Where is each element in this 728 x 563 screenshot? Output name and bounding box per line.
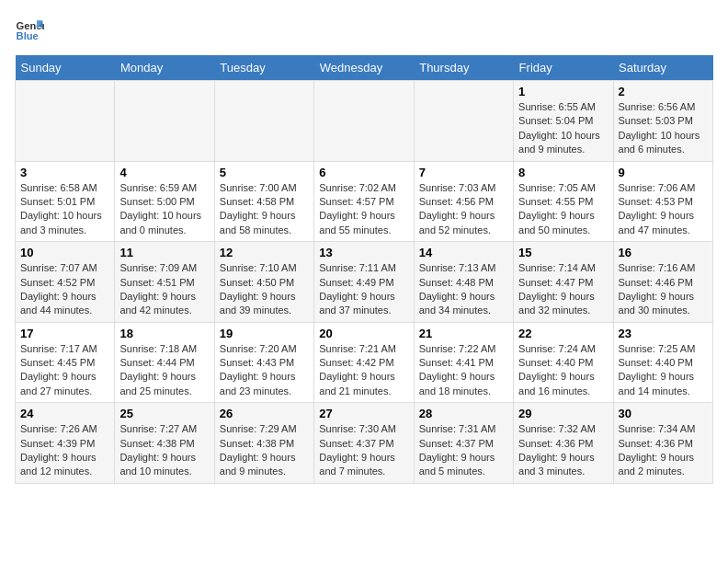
- calendar-week-row: 24Sunrise: 7:26 AMSunset: 4:39 PMDayligh…: [16, 403, 713, 484]
- calendar-cell: 2Sunrise: 6:56 AMSunset: 5:03 PMDaylight…: [613, 81, 712, 162]
- day-number: 11: [119, 246, 209, 259]
- weekday-header-friday: Friday: [514, 55, 613, 81]
- day-info: Sunrise: 7:32 AMSunset: 4:36 PMDaylight:…: [518, 422, 608, 479]
- calendar-cell: 4Sunrise: 6:59 AMSunset: 5:00 PMDaylight…: [115, 161, 214, 242]
- day-number: 4: [119, 166, 209, 179]
- day-number: 22: [518, 327, 608, 340]
- weekday-header-monday: Monday: [115, 55, 214, 81]
- calendar-table: SundayMondayTuesdayWednesdayThursdayFrid…: [15, 55, 713, 484]
- day-info: Sunrise: 6:59 AMSunset: 5:00 PMDaylight:…: [119, 181, 209, 238]
- day-number: 12: [220, 246, 309, 259]
- day-number: 27: [319, 407, 408, 420]
- day-number: 3: [20, 166, 109, 179]
- calendar-cell: 17Sunrise: 7:17 AMSunset: 4:45 PMDayligh…: [16, 322, 115, 403]
- day-number: 18: [119, 327, 209, 340]
- calendar-cell: 29Sunrise: 7:32 AMSunset: 4:36 PMDayligh…: [514, 403, 613, 484]
- calendar-cell: 28Sunrise: 7:31 AMSunset: 4:37 PMDayligh…: [414, 403, 513, 484]
- day-number: 29: [518, 407, 608, 420]
- weekday-header-thursday: Thursday: [414, 55, 513, 81]
- day-number: 28: [419, 407, 508, 420]
- day-info: Sunrise: 7:11 AMSunset: 4:49 PMDaylight:…: [319, 261, 408, 318]
- day-number: 17: [20, 327, 109, 340]
- calendar-cell: [314, 81, 414, 162]
- day-number: 9: [619, 166, 708, 179]
- calendar-cell: 7Sunrise: 7:03 AMSunset: 4:56 PMDaylight…: [414, 161, 513, 242]
- day-number: 10: [20, 246, 109, 259]
- logo: General Blue: [15, 15, 44, 44]
- day-number: 26: [220, 407, 309, 420]
- day-info: Sunrise: 7:16 AMSunset: 4:46 PMDaylight:…: [619, 261, 708, 318]
- day-info: Sunrise: 7:18 AMSunset: 4:44 PMDaylight:…: [119, 342, 209, 399]
- calendar-week-row: 17Sunrise: 7:17 AMSunset: 4:45 PMDayligh…: [16, 322, 713, 403]
- day-info: Sunrise: 6:55 AMSunset: 5:04 PMDaylight:…: [518, 100, 608, 157]
- logo-icon: General Blue: [15, 15, 44, 44]
- day-info: Sunrise: 7:14 AMSunset: 4:47 PMDaylight:…: [518, 261, 608, 318]
- header: General Blue: [15, 15, 713, 44]
- calendar-cell: [414, 81, 513, 162]
- calendar-cell: 9Sunrise: 7:06 AMSunset: 4:53 PMDaylight…: [613, 161, 712, 242]
- calendar-cell: 25Sunrise: 7:27 AMSunset: 4:38 PMDayligh…: [115, 403, 214, 484]
- day-number: 15: [518, 246, 608, 259]
- calendar-cell: 11Sunrise: 7:09 AMSunset: 4:51 PMDayligh…: [115, 242, 214, 323]
- calendar-cell: 8Sunrise: 7:05 AMSunset: 4:55 PMDaylight…: [514, 161, 613, 242]
- day-info: Sunrise: 7:20 AMSunset: 4:43 PMDaylight:…: [220, 342, 309, 399]
- day-info: Sunrise: 7:06 AMSunset: 4:53 PMDaylight:…: [619, 181, 708, 238]
- day-info: Sunrise: 7:05 AMSunset: 4:55 PMDaylight:…: [518, 181, 608, 238]
- day-info: Sunrise: 6:56 AMSunset: 5:03 PMDaylight:…: [619, 100, 708, 157]
- day-info: Sunrise: 7:17 AMSunset: 4:45 PMDaylight:…: [20, 342, 109, 399]
- calendar-cell: 15Sunrise: 7:14 AMSunset: 4:47 PMDayligh…: [514, 242, 613, 323]
- day-info: Sunrise: 7:27 AMSunset: 4:38 PMDaylight:…: [119, 422, 209, 479]
- calendar-cell: 10Sunrise: 7:07 AMSunset: 4:52 PMDayligh…: [16, 242, 115, 323]
- day-number: 23: [619, 327, 708, 340]
- day-number: 20: [319, 327, 408, 340]
- weekday-header-tuesday: Tuesday: [214, 55, 313, 81]
- calendar-cell: 30Sunrise: 7:34 AMSunset: 4:36 PMDayligh…: [613, 403, 712, 484]
- day-info: Sunrise: 7:07 AMSunset: 4:52 PMDaylight:…: [20, 261, 109, 318]
- day-info: Sunrise: 7:29 AMSunset: 4:38 PMDaylight:…: [220, 422, 309, 479]
- day-number: 30: [619, 407, 708, 420]
- day-number: 13: [319, 246, 408, 259]
- day-number: 21: [419, 327, 508, 340]
- calendar-cell: 24Sunrise: 7:26 AMSunset: 4:39 PMDayligh…: [16, 403, 115, 484]
- day-number: 19: [220, 327, 309, 340]
- day-number: 24: [20, 407, 109, 420]
- day-info: Sunrise: 7:22 AMSunset: 4:41 PMDaylight:…: [419, 342, 508, 399]
- weekday-header-wednesday: Wednesday: [314, 55, 414, 81]
- day-info: Sunrise: 7:26 AMSunset: 4:39 PMDaylight:…: [20, 422, 109, 479]
- day-info: Sunrise: 6:58 AMSunset: 5:01 PMDaylight:…: [20, 181, 109, 238]
- day-info: Sunrise: 7:30 AMSunset: 4:37 PMDaylight:…: [319, 422, 408, 479]
- day-info: Sunrise: 7:00 AMSunset: 4:58 PMDaylight:…: [220, 181, 309, 238]
- calendar-cell: 20Sunrise: 7:21 AMSunset: 4:42 PMDayligh…: [314, 322, 414, 403]
- calendar-cell: 13Sunrise: 7:11 AMSunset: 4:49 PMDayligh…: [314, 242, 414, 323]
- calendar-cell: [214, 81, 313, 162]
- calendar-cell: [115, 81, 214, 162]
- calendar-cell: 19Sunrise: 7:20 AMSunset: 4:43 PMDayligh…: [214, 322, 313, 403]
- weekday-header-saturday: Saturday: [613, 55, 712, 81]
- day-info: Sunrise: 7:13 AMSunset: 4:48 PMDaylight:…: [419, 261, 508, 318]
- calendar-cell: 26Sunrise: 7:29 AMSunset: 4:38 PMDayligh…: [214, 403, 313, 484]
- day-number: 14: [419, 246, 508, 259]
- day-info: Sunrise: 7:24 AMSunset: 4:40 PMDaylight:…: [518, 342, 608, 399]
- day-info: Sunrise: 7:25 AMSunset: 4:40 PMDaylight:…: [619, 342, 708, 399]
- day-info: Sunrise: 7:21 AMSunset: 4:42 PMDaylight:…: [319, 342, 408, 399]
- calendar-cell: [16, 81, 115, 162]
- day-info: Sunrise: 7:31 AMSunset: 4:37 PMDaylight:…: [419, 422, 508, 479]
- svg-text:Blue: Blue: [17, 30, 39, 41]
- weekday-header-sunday: Sunday: [16, 55, 115, 81]
- calendar-week-row: 10Sunrise: 7:07 AMSunset: 4:52 PMDayligh…: [16, 242, 713, 323]
- calendar-cell: 22Sunrise: 7:24 AMSunset: 4:40 PMDayligh…: [514, 322, 613, 403]
- day-number: 16: [619, 246, 708, 259]
- day-number: 5: [220, 166, 309, 179]
- calendar-cell: 12Sunrise: 7:10 AMSunset: 4:50 PMDayligh…: [214, 242, 313, 323]
- calendar-cell: 6Sunrise: 7:02 AMSunset: 4:57 PMDaylight…: [314, 161, 414, 242]
- calendar-cell: 18Sunrise: 7:18 AMSunset: 4:44 PMDayligh…: [115, 322, 214, 403]
- day-info: Sunrise: 7:10 AMSunset: 4:50 PMDaylight:…: [220, 261, 309, 318]
- day-info: Sunrise: 7:03 AMSunset: 4:56 PMDaylight:…: [419, 181, 508, 238]
- calendar-cell: 3Sunrise: 6:58 AMSunset: 5:01 PMDaylight…: [16, 161, 115, 242]
- calendar-week-row: 3Sunrise: 6:58 AMSunset: 5:01 PMDaylight…: [16, 161, 713, 242]
- day-info: Sunrise: 7:34 AMSunset: 4:36 PMDaylight:…: [619, 422, 708, 479]
- calendar-cell: 27Sunrise: 7:30 AMSunset: 4:37 PMDayligh…: [314, 403, 414, 484]
- day-number: 2: [619, 85, 708, 98]
- day-info: Sunrise: 7:02 AMSunset: 4:57 PMDaylight:…: [319, 181, 408, 238]
- calendar-cell: 16Sunrise: 7:16 AMSunset: 4:46 PMDayligh…: [613, 242, 712, 323]
